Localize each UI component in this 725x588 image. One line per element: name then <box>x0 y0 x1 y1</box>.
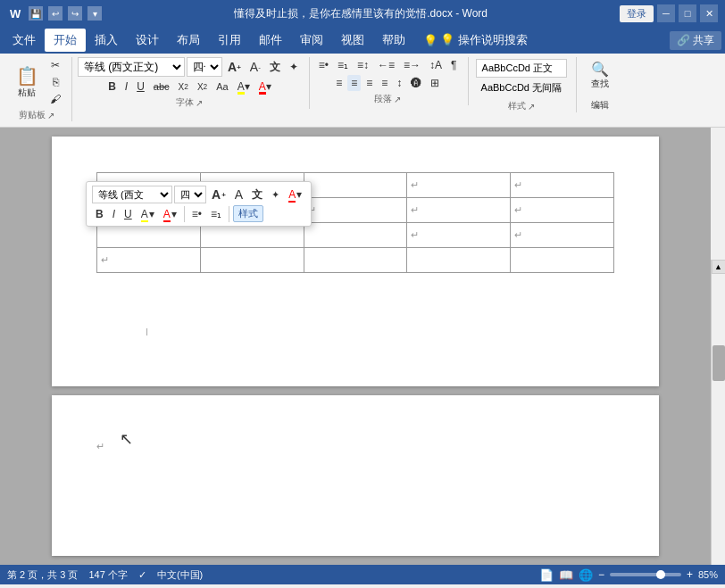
menu-design[interactable]: 设计 <box>127 29 168 52</box>
table-cell[interactable]: ↵ <box>97 248 201 273</box>
font-name-select[interactable]: 等线 (西文正文) <box>78 57 185 77</box>
scroll-up-btn[interactable]: ▲ <box>712 260 726 274</box>
mini-font-size[interactable]: 四号 <box>174 186 206 203</box>
share-button[interactable]: 🔗 共享 <box>670 31 721 50</box>
copy-button[interactable]: ⎘ <box>46 74 64 90</box>
wen-btn[interactable]: 文 <box>266 58 284 77</box>
table-cell[interactable] <box>304 173 407 198</box>
sort-btn[interactable]: ↕A <box>426 57 446 73</box>
find-btn[interactable]: 🔍 查找 <box>582 57 618 94</box>
menu-search[interactable]: 💡 💡 操作说明搜索 <box>414 29 537 52</box>
table-cell[interactable] <box>304 223 407 248</box>
quick-save-btn[interactable]: 💾 <box>29 6 43 21</box>
shading-btn[interactable]: 🅐 <box>407 75 425 91</box>
line-spacing-btn[interactable]: ↕ <box>393 75 405 91</box>
minimize-btn[interactable]: ─ <box>657 4 675 22</box>
close-btn[interactable]: ✕ <box>700 4 718 22</box>
indent-inc-btn[interactable]: ≡→ <box>400 57 424 73</box>
view-print-btn[interactable]: 📄 <box>539 568 554 582</box>
multilevel-btn[interactable]: ≡↕ <box>354 57 372 73</box>
show-marks-btn[interactable]: ¶ <box>447 57 460 73</box>
capitalize-btn[interactable]: Aa <box>212 79 231 94</box>
menu-file[interactable]: 文件 <box>4 29 45 52</box>
mini-bullets-btn[interactable]: ≡• <box>188 207 205 221</box>
table-cell[interactable]: ↵ <box>511 173 614 198</box>
zoom-minus-btn[interactable]: − <box>598 568 604 581</box>
underline-btn[interactable]: U <box>133 79 148 95</box>
cut-button[interactable]: ✂ <box>46 57 64 73</box>
mini-highlight-btn[interactable]: A▾ <box>138 207 158 221</box>
clipboard-expand-icon[interactable]: ↗ <box>47 111 54 120</box>
scrollbar-vertical[interactable]: ▲ ▼ <box>711 260 725 565</box>
menu-references[interactable]: 引用 <box>209 29 250 52</box>
indent-dec-btn[interactable]: ←≡ <box>374 57 398 73</box>
table-cell[interactable]: ↵ <box>304 198 407 223</box>
mini-numbering-btn[interactable]: ≡₁ <box>207 207 225 221</box>
borders-btn[interactable]: ⊞ <box>427 75 443 91</box>
align-left-btn[interactable]: ≡ <box>332 75 346 91</box>
mini-clear-btn[interactable]: ✦ <box>268 188 283 202</box>
menu-layout[interactable]: 布局 <box>168 29 209 52</box>
mini-font-name[interactable]: 等线 (西文 <box>92 186 172 203</box>
font-highlight-btn[interactable]: A▾ <box>234 79 254 95</box>
superscript-btn[interactable]: X2 <box>194 80 211 94</box>
mini-styles-btn[interactable]: 样式 <box>233 205 263 222</box>
styles-expand-icon[interactable]: ↗ <box>528 102 535 112</box>
zoom-plus-btn[interactable]: + <box>687 568 693 581</box>
view-web-btn[interactable]: 🌐 <box>579 568 593 582</box>
replace-btn[interactable]: 编辑 <box>582 95 618 115</box>
mini-underline-btn[interactable]: U <box>121 207 136 221</box>
menu-view[interactable]: 视图 <box>332 29 373 52</box>
numbering-btn[interactable]: ≡₁ <box>334 57 352 73</box>
subscript-btn[interactable]: X2 <box>175 80 192 94</box>
table-cell[interactable] <box>511 248 614 273</box>
scroll-thumb[interactable] <box>712 345 725 381</box>
view-read-btn[interactable]: 📖 <box>559 568 573 582</box>
table-cell[interactable] <box>407 248 511 273</box>
para-expand-icon[interactable]: ↗ <box>394 95 401 104</box>
table-cell[interactable]: ↵ <box>511 223 614 248</box>
font-grow-btn[interactable]: A+ <box>224 58 245 76</box>
align-center-btn[interactable]: ≡ <box>347 75 361 91</box>
table-cell[interactable] <box>304 248 407 273</box>
mini-fontcolor-btn[interactable]: A▾ <box>285 187 305 202</box>
font-shrink-btn[interactable]: A- <box>246 58 264 76</box>
font-expand-icon[interactable]: ↗ <box>196 98 203 108</box>
style-normal[interactable]: AaBbCcDd 正文 <box>476 59 567 78</box>
mini-grow-btn[interactable]: A+ <box>208 186 229 203</box>
clear-format-btn[interactable]: ✦ <box>286 59 302 75</box>
menu-home[interactable]: 开始 <box>45 29 86 52</box>
bullets-btn[interactable]: ≡• <box>315 57 332 73</box>
mini-italic-btn[interactable]: I <box>109 207 119 221</box>
scroll-track[interactable] <box>712 274 725 565</box>
mini-bold-btn[interactable]: B <box>92 207 107 221</box>
quick-undo-btn[interactable]: ↩ <box>48 6 62 21</box>
table-cell[interactable]: ↵ <box>407 223 511 248</box>
mini-textcolor-btn[interactable]: A▾ <box>160 207 180 221</box>
mini-shrink-btn[interactable]: A <box>231 186 246 203</box>
italic-btn[interactable]: I <box>121 79 131 95</box>
table-cell[interactable] <box>200 248 304 273</box>
zoom-slider[interactable] <box>610 573 681 576</box>
mini-wen-btn[interactable]: 文 <box>248 186 266 203</box>
bold-btn[interactable]: B <box>104 79 120 95</box>
menu-help[interactable]: 帮助 <box>373 29 414 52</box>
strikethrough-btn[interactable]: abc <box>150 79 173 94</box>
maximize-btn[interactable]: □ <box>679 4 696 22</box>
justify-btn[interactable]: ≡ <box>378 75 391 91</box>
format-painter-button[interactable]: 🖌 <box>46 91 64 107</box>
menu-review[interactable]: 审阅 <box>291 29 332 52</box>
style-nospaciing[interactable]: AaBbCcDd 无间隔 <box>476 79 567 96</box>
table-cell[interactable]: ↵ <box>511 198 614 223</box>
font-size-select[interactable]: 四号 <box>187 57 222 77</box>
font-color-btn[interactable]: A▾ <box>255 79 275 95</box>
quick-redo-btn[interactable]: ↪ <box>68 6 82 21</box>
menu-insert[interactable]: 插入 <box>86 29 127 52</box>
table-cell[interactable]: ↵ <box>407 198 511 223</box>
customize-qat-btn[interactable]: ▾ <box>88 6 102 21</box>
align-right-btn[interactable]: ≡ <box>362 75 376 91</box>
table-cell[interactable]: ↵ <box>407 173 511 198</box>
login-button[interactable]: 登录 <box>620 5 654 22</box>
paste-button[interactable]: 📋 粘贴 <box>9 62 45 103</box>
menu-mailings[interactable]: 邮件 <box>250 29 291 52</box>
